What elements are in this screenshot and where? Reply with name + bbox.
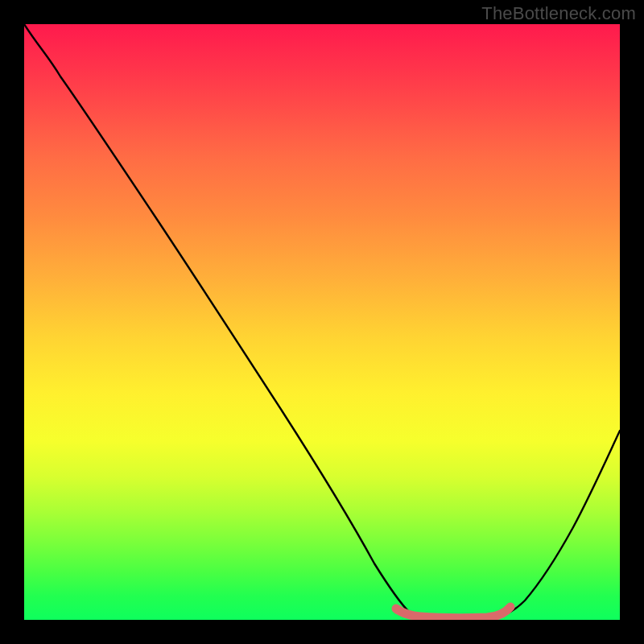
- watermark-text: TheBottleneck.com: [481, 3, 636, 24]
- bottleneck-curve: [24, 24, 620, 618]
- bottleneck-curve-svg: [24, 24, 620, 620]
- plot-area: [24, 24, 620, 620]
- chart-frame: TheBottleneck.com: [0, 0, 644, 644]
- optimal-band: [396, 607, 510, 618]
